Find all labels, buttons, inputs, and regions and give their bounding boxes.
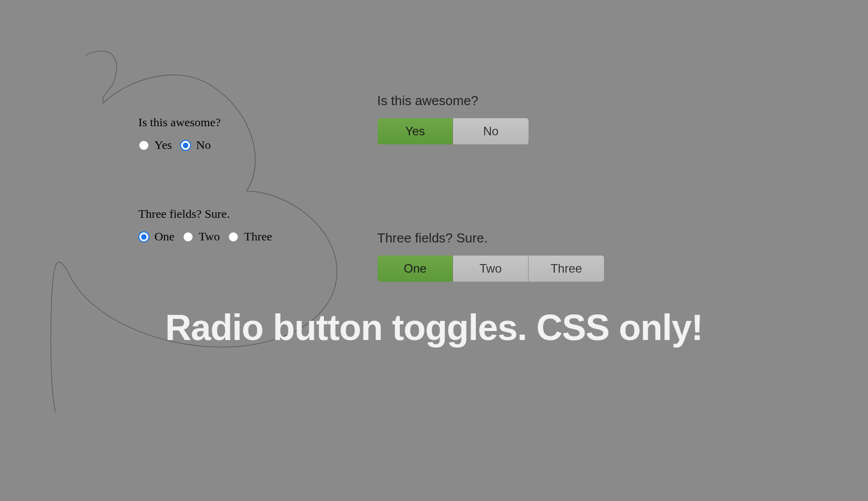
radio-one-native[interactable] (138, 231, 149, 242)
radio-row-threefields: One Two Three (138, 230, 275, 243)
radio-row-awesome: Yes No (138, 138, 275, 152)
radio-label-no: No (196, 138, 211, 152)
toggle-three[interactable]: Three (529, 256, 604, 282)
toggle-group-threefields: One Two Three (377, 255, 604, 282)
radio-label-three: Three (244, 230, 272, 243)
question-threefields-toggle: Three fields? Sure. (377, 230, 604, 246)
toggle-group-awesome: Yes No (377, 118, 529, 145)
native-group-awesome: Is this awesome? Yes No (138, 116, 275, 152)
radio-yes-native[interactable] (138, 140, 149, 151)
native-radio-column: Is this awesome? Yes No Three fields? Su… (138, 116, 275, 243)
toggle-one[interactable]: One (378, 256, 453, 282)
radio-label-one: One (154, 230, 175, 243)
toggle-yes[interactable]: Yes (378, 118, 453, 144)
question-awesome-native: Is this awesome? (138, 116, 275, 129)
native-group-threefields: Three fields? Sure. One Two Three (138, 207, 275, 243)
radio-no-native[interactable] (180, 140, 191, 151)
toggle-column: Is this awesome? Yes No Three fields? Su… (377, 93, 604, 282)
question-awesome-toggle: Is this awesome? (377, 93, 604, 109)
radio-two-native[interactable] (183, 231, 194, 242)
toggle-two[interactable]: Two (453, 256, 529, 282)
radio-label-two: Two (199, 230, 220, 243)
radio-three-native[interactable] (228, 231, 239, 242)
toggle-group-threefields-wrap: Three fields? Sure. One Two Three (377, 230, 604, 282)
radio-label-yes: Yes (154, 138, 172, 152)
toggle-no[interactable]: No (453, 118, 529, 144)
hero-title: Radio button toggles. CSS only! (0, 307, 868, 348)
content-area: Is this awesome? Yes No Three fields? Su… (0, 0, 868, 501)
question-threefields-native: Three fields? Sure. (138, 207, 275, 221)
toggle-group-awesome-wrap: Is this awesome? Yes No (377, 93, 604, 145)
